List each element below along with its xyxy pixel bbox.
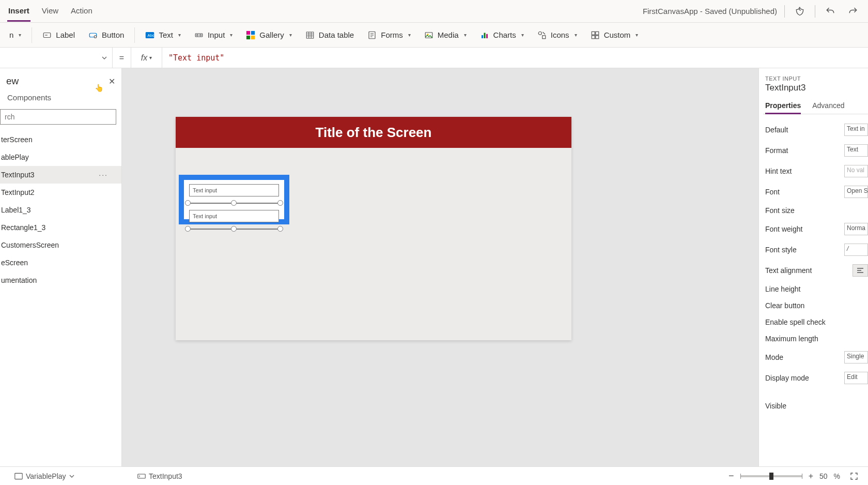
svg-rect-24	[595, 35, 598, 38]
prop-value-input[interactable]: Open S	[844, 186, 868, 198]
svg-rect-17	[484, 33, 485, 38]
menu-tab-insert[interactable]: Insert	[7, 1, 30, 22]
tree-view-panel: ew ✕ 👆 Components terScreen ablePlay Tex…	[0, 68, 122, 466]
prop-label: Enable spell check	[765, 318, 826, 326]
insert-input-dropdown[interactable]: Input▾	[189, 27, 238, 43]
svg-point-2	[94, 35, 97, 38]
prop-label: Mode	[765, 353, 783, 361]
breadcrumb-control[interactable]: TextInput3	[134, 471, 185, 481]
screen-icon	[14, 473, 23, 480]
menu-tab-action[interactable]: Action	[70, 1, 94, 22]
icons-icon	[537, 31, 547, 40]
fit-to-window-icon[interactable]	[846, 468, 862, 484]
prop-value-input[interactable]: /	[844, 244, 868, 256]
zoom-in-button[interactable]: +	[809, 472, 813, 481]
tree-item[interactable]: Label1_3	[0, 201, 121, 219]
breadcrumb-screen[interactable]: VariablePlay	[11, 471, 78, 481]
text-icon: Abc	[145, 31, 154, 40]
prop-label: Hint text	[765, 167, 792, 175]
separator	[784, 5, 785, 18]
fx-button[interactable]: fx▾	[131, 48, 162, 68]
menu-tab-view[interactable]: View	[41, 1, 59, 22]
zoom-out-button[interactable]: −	[729, 471, 734, 481]
insert-text-dropdown[interactable]: Abc Text▾	[140, 27, 186, 43]
insert-charts-dropdown[interactable]: Charts▾	[475, 27, 529, 43]
prop-value-input[interactable]: Single	[844, 351, 868, 363]
tree-search-input[interactable]	[0, 109, 116, 125]
prop-label: Default	[765, 126, 788, 134]
insert-custom-dropdown[interactable]: Custom▾	[585, 27, 644, 43]
svg-rect-23	[592, 35, 595, 38]
insert-gallery-dropdown[interactable]: Gallery▾	[241, 27, 297, 43]
svg-rect-22	[595, 32, 598, 35]
insert-datatable-button[interactable]: Data table	[300, 27, 359, 43]
prop-label: Format	[765, 146, 788, 155]
prop-label: Font size	[765, 206, 795, 215]
property-selector[interactable]	[0, 48, 113, 68]
undo-icon[interactable]	[823, 4, 838, 19]
selection-handles[interactable]	[189, 225, 279, 233]
text-input-control[interactable]: Text input	[189, 210, 279, 222]
tree-view-title: ew	[6, 75, 19, 87]
svg-rect-26	[138, 474, 145, 478]
zoom-slider[interactable]	[740, 475, 802, 477]
prop-value-input[interactable]: No val	[844, 165, 868, 177]
datatable-icon	[305, 31, 315, 40]
forms-icon	[367, 31, 377, 40]
workspace: ew ✕ 👆 Components terScreen ablePlay Tex…	[0, 68, 868, 466]
redo-icon[interactable]	[845, 4, 861, 19]
tree-item[interactable]: umentation	[0, 271, 121, 289]
tree-item[interactable]: TextInput2	[0, 184, 121, 201]
canvas-screen[interactable]: Title of the Screen Text input Text inpu…	[176, 117, 571, 340]
close-icon[interactable]: ✕	[109, 77, 115, 86]
prop-value-input[interactable]: Text in	[844, 124, 868, 136]
screen-title-label: Title of the Screen	[176, 117, 571, 148]
tree-item[interactable]: CustomersScreen	[0, 236, 121, 254]
insert-forms-dropdown[interactable]: Forms▾	[362, 27, 416, 43]
canvas-area[interactable]: Title of the Screen Text input Text inpu…	[122, 68, 758, 466]
svg-rect-11	[251, 35, 255, 39]
prop-value-input[interactable]: Norma	[844, 223, 868, 235]
text-input-control[interactable]: Text input	[189, 184, 279, 196]
formula-input[interactable]: "Text input"	[162, 53, 868, 63]
insert-media-dropdown[interactable]: Media▾	[419, 27, 472, 43]
advanced-tab[interactable]: Advanced	[812, 98, 844, 114]
prop-label: Font style	[765, 246, 797, 254]
align-left-button[interactable]	[853, 264, 868, 277]
insert-ribbon: n▾ Label Button Abc Text▾ Input▾ Gallery…	[0, 23, 868, 48]
prop-value-input[interactable]: Edit	[844, 372, 868, 384]
zoom-value: 50	[819, 472, 828, 480]
prop-label: Line height	[765, 285, 801, 293]
tree-item[interactable]: ablePlay	[0, 148, 121, 166]
new-screen-dropdown[interactable]: n▾	[4, 27, 26, 42]
separator	[32, 27, 32, 43]
prop-label: Text alignment	[765, 266, 812, 275]
svg-text:Abc: Abc	[148, 33, 154, 38]
selected-control-textinput3[interactable]: Text input Text input	[179, 175, 289, 224]
prop-label: Clear button	[765, 301, 804, 310]
formula-bar: = fx▾ "Text input"	[0, 48, 868, 68]
more-icon[interactable]: ···	[99, 171, 118, 179]
properties-tab[interactable]: Properties	[765, 98, 801, 114]
tree-item-selected[interactable]: TextInput3 ···	[0, 166, 121, 184]
svg-rect-8	[246, 31, 250, 34]
tree-list: terScreen ablePlay TextInput3 ··· TextIn…	[0, 131, 121, 466]
zoom-percent-label: %	[834, 472, 840, 480]
status-bar: VariablePlay TextInput3 − + 50 %	[0, 466, 868, 485]
svg-rect-12	[306, 32, 314, 38]
label-icon	[42, 31, 52, 40]
selection-handles[interactable]	[189, 200, 279, 207]
custom-icon	[591, 31, 600, 40]
equals-label: =	[113, 48, 131, 68]
tree-tab-components[interactable]: Components	[0, 91, 121, 107]
prop-value-input[interactable]: Text	[844, 144, 868, 157]
insert-label-button[interactable]: Label	[37, 27, 80, 43]
insert-icons-dropdown[interactable]: Icons▾	[532, 27, 582, 43]
tree-item[interactable]: eScreen	[0, 254, 121, 271]
svg-rect-9	[251, 31, 255, 34]
gallery-icon	[246, 31, 255, 40]
tree-item[interactable]: Rectangle1_3	[0, 219, 121, 236]
tree-item[interactable]: terScreen	[0, 131, 121, 148]
insert-button-button[interactable]: Button	[83, 27, 129, 43]
app-checker-icon[interactable]	[792, 4, 808, 19]
